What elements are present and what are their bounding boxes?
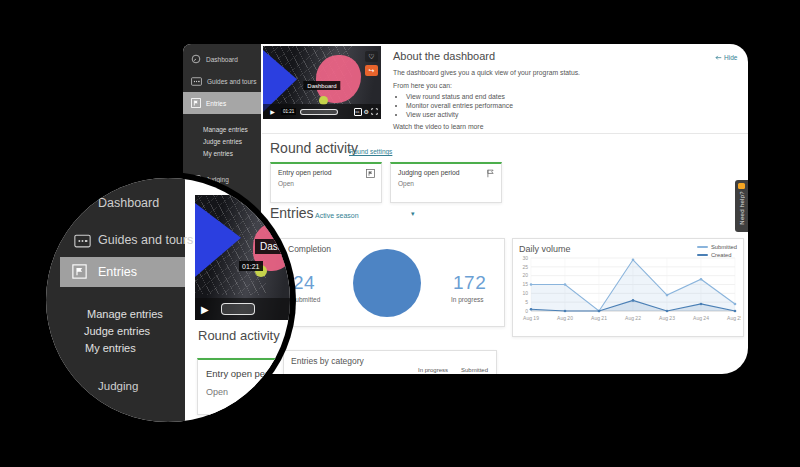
- about-bullet: View round status and end dates: [406, 93, 741, 100]
- magnified-item-judging: Judging: [98, 380, 138, 392]
- video-player[interactable]: Dashboard ♡ ↪ ▶ 01:21 cc ⚙: [263, 46, 381, 119]
- video-progress-bar: [221, 303, 255, 315]
- dashboard-icon: [191, 54, 201, 64]
- video-controls: ▶: [195, 298, 290, 320]
- svg-text:30: 30: [522, 255, 528, 261]
- round-settings-link[interactable]: Round settings: [349, 148, 392, 155]
- svg-text:15: 15: [522, 281, 528, 287]
- entries-icon: [72, 264, 87, 279]
- sidebar-item-manage-entries[interactable]: Manage entries: [203, 126, 248, 133]
- sidebar-item-label: Dashboard: [206, 56, 238, 63]
- magnified-item-entries-selected: Entries: [60, 257, 185, 287]
- sidebar-item-label: Entries: [206, 100, 226, 107]
- round-activity-title: Round activity: [270, 140, 358, 156]
- video-duration-badge: 01:21: [281, 108, 296, 115]
- svg-text:5: 5: [525, 299, 528, 305]
- video-progress-bar[interactable]: [300, 109, 338, 115]
- svg-text:0: 0: [525, 308, 528, 314]
- magnified-item-guides: Guides and tours: [98, 233, 193, 247]
- svg-text:Aug 22: Aug 22: [625, 315, 641, 321]
- entry-period-icon: [366, 169, 375, 178]
- round-card-title: Entry open period: [278, 169, 332, 176]
- sidebar-item-my-entries[interactable]: My entries: [203, 150, 233, 157]
- svg-text:20: 20: [522, 272, 528, 278]
- legend-item-submitted: Submitted: [697, 244, 737, 250]
- help-icon: [738, 183, 745, 189]
- gear-icon[interactable]: ⚙: [364, 108, 369, 115]
- video-title-overlay: Dashboard: [303, 81, 340, 90]
- entries-by-category-title: Entries by category: [291, 356, 364, 366]
- legend-swatch: [697, 246, 708, 248]
- guides-icon: [74, 234, 91, 248]
- col-submitted: Submitted: [461, 367, 488, 373]
- fullscreen-icon[interactable]: [371, 108, 378, 115]
- video-share-button[interactable]: ↪: [365, 65, 378, 76]
- magnifier-circle: Dashboard Guides and tours Entries Manag…: [46, 178, 290, 422]
- svg-text:10: 10: [522, 290, 528, 296]
- magnified-round-activity-title: Round activity: [198, 328, 280, 343]
- sidebar-item-judge-entries[interactable]: Judge entries: [203, 138, 242, 145]
- svg-text:Aug 19: Aug 19: [523, 315, 539, 321]
- round-card-judging-open[interactable]: Judging open period Open: [390, 162, 502, 203]
- video-controls: ▶ 01:21 cc ⚙: [263, 104, 381, 119]
- svg-text:Aug 21: Aug 21: [591, 315, 607, 321]
- about-bullet-list: View round status and end dates Monitor …: [397, 93, 741, 118]
- about-title: About the dashboard: [393, 50, 741, 62]
- video-duration-badge: 01:21: [239, 261, 263, 271]
- share-icon: ↪: [369, 67, 375, 75]
- daily-volume-card: Daily volume Submitted Created 051015202…: [512, 238, 744, 337]
- play-icon: ▶: [201, 304, 209, 315]
- magnified-sidebar: Dashboard Guides and tours Entries Manag…: [46, 178, 185, 422]
- about-bullet: Monitor overall entries performance: [406, 102, 741, 109]
- sidebar-item-entries[interactable]: Entries: [183, 92, 261, 114]
- submitted-count: 24: [293, 272, 315, 294]
- play-icon: ▶: [270, 108, 275, 115]
- entries-icon: [191, 98, 201, 108]
- guides-icon: [191, 77, 202, 86]
- sidebar-item-label: Guides and tours: [207, 78, 257, 85]
- completion-pie: [353, 249, 421, 317]
- svg-text:Aug 20: Aug 20: [557, 315, 573, 321]
- cc-icon[interactable]: cc: [354, 108, 362, 116]
- svg-text:25: 25: [522, 264, 528, 270]
- about-panel: About the dashboard The dashboard gives …: [393, 50, 741, 130]
- hide-icon: [715, 55, 722, 61]
- screenshot-canvas: Dashboard Guides and tours Entries Manag…: [0, 0, 800, 467]
- section-divider: [262, 133, 748, 134]
- chevron-down-icon[interactable]: ▾: [411, 210, 415, 218]
- round-card-entry-open[interactable]: Entry open period Open: [270, 162, 382, 203]
- svg-text:Aug 24: Aug 24: [693, 315, 709, 321]
- svg-text:Aug 23: Aug 23: [659, 315, 675, 321]
- completion-title: Completion: [288, 244, 331, 254]
- magnified-item-dashboard: Dashboard: [98, 196, 159, 210]
- completion-card: Completion 24 Submitted 172 In progress: [280, 238, 505, 327]
- magnified-item-judge: Judge entries: [84, 325, 150, 337]
- entries-section-title: Entries: [270, 205, 314, 221]
- round-card-title: Judging open period: [398, 169, 460, 176]
- round-card-status: Open: [206, 387, 228, 397]
- svg-text:Aug 25: Aug 25: [727, 315, 741, 321]
- play-button[interactable]: ▶: [266, 106, 279, 117]
- about-lead: From here you can:: [393, 82, 741, 89]
- in-progress-label: In progress: [451, 296, 484, 303]
- video-like-button[interactable]: ♡: [365, 51, 378, 62]
- in-progress-count: 172: [453, 272, 486, 294]
- about-bullet: View user activity: [406, 111, 741, 118]
- entries-by-category-card: Entries by category In progress Submitte…: [283, 350, 497, 374]
- need-help-tab[interactable]: Need help?: [735, 180, 748, 232]
- sidebar-item-guides[interactable]: Guides and tours: [183, 74, 261, 88]
- category-column-headers: In progress Submitted: [418, 367, 488, 373]
- sidebar-item-dashboard[interactable]: Dashboard: [183, 52, 261, 66]
- heart-icon: ♡: [368, 53, 374, 61]
- magnified-item-manage: Manage entries: [87, 308, 163, 320]
- about-intro: The dashboard gives you a quick view of …: [393, 69, 741, 76]
- flag-icon: [486, 169, 495, 178]
- col-in-progress: In progress: [418, 367, 448, 373]
- hide-link[interactable]: Hide: [715, 54, 737, 61]
- magnified-item-my: My entries: [85, 342, 136, 354]
- round-card-status: Open: [398, 180, 414, 187]
- season-filter[interactable]: Active season: [315, 212, 359, 219]
- round-card-status: Open: [278, 180, 294, 187]
- daily-volume-chart: 051015202530Aug 19Aug 20Aug 21Aug 22Aug …: [515, 253, 741, 335]
- magnified-item-entries: Entries: [98, 265, 137, 279]
